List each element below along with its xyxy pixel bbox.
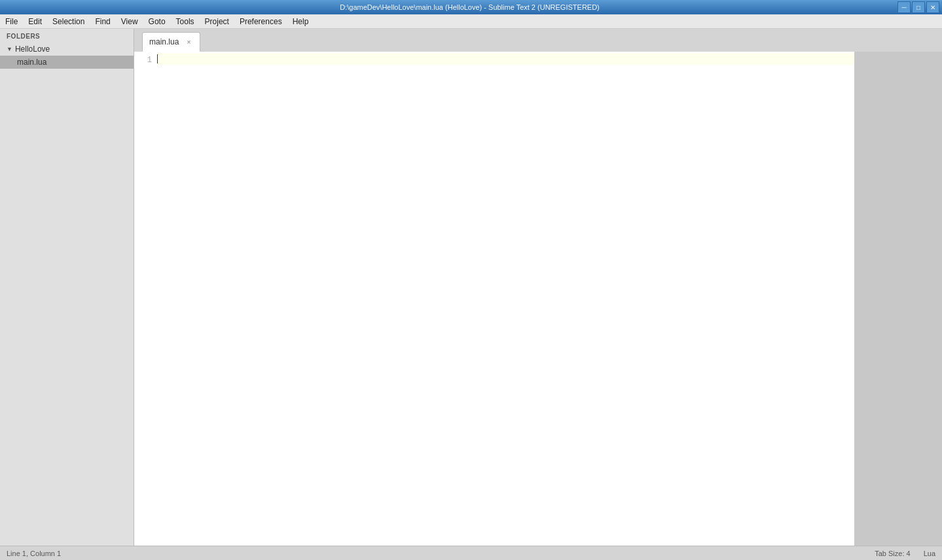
folder-name: HelloLove (15, 44, 50, 54)
folder-hellolove[interactable]: ▼ HelloLove (0, 43, 134, 56)
menu-find[interactable]: Find (90, 14, 115, 28)
tab-main-lua[interactable]: main.lua × (142, 32, 200, 52)
current-line (157, 53, 854, 65)
status-left: Line 1, Column 1 (7, 550, 61, 557)
menu-goto[interactable]: Goto (143, 14, 171, 28)
code-editor[interactable] (157, 52, 854, 546)
minimap (854, 52, 933, 546)
menu-tools[interactable]: Tools (171, 14, 200, 28)
menu-edit[interactable]: Edit (23, 14, 47, 28)
line-number-1: 1 (134, 53, 152, 66)
folder-triangle-icon: ▼ (7, 46, 12, 52)
folder-tree: ▼ HelloLove main.lua (0, 43, 134, 546)
tab-close-button[interactable]: × (184, 37, 193, 46)
window-controls[interactable]: ─ □ ✕ (897, 1, 939, 13)
line-numbers: 1 (134, 52, 157, 546)
editor-content[interactable]: 1 (134, 52, 942, 546)
sidebar: FOLDERS ▼ HelloLove main.lua (0, 29, 134, 546)
close-button[interactable]: ✕ (926, 1, 939, 13)
menu-view[interactable]: View (116, 14, 143, 28)
maximize-button[interactable]: □ (912, 1, 925, 13)
minimap-content (854, 52, 933, 546)
menu-file[interactable]: File (0, 14, 23, 28)
title-bar: D:\gameDev\HelloLove\main.lua (HelloLove… (0, 0, 942, 14)
file-main-lua[interactable]: main.lua (0, 56, 134, 69)
text-cursor (157, 54, 158, 63)
minimize-button[interactable]: ─ (897, 1, 911, 13)
status-bar: Line 1, Column 1 Tab Size: 4 Lua (0, 546, 942, 560)
menu-preferences[interactable]: Preferences (234, 14, 287, 28)
tab-label: main.lua (149, 37, 179, 46)
tabs-bar: main.lua × (134, 29, 942, 52)
vertical-scrollbar[interactable] (933, 52, 942, 546)
editor-area: main.lua × 1 (134, 29, 942, 546)
menu-bar: File Edit Selection Find View Goto Tools… (0, 14, 942, 29)
language: Lua (924, 550, 935, 557)
window-title: D:\gameDev\HelloLove\main.lua (HelloLove… (42, 3, 897, 11)
file-name: main.lua (17, 58, 46, 67)
menu-selection[interactable]: Selection (47, 14, 90, 28)
folders-label: FOLDERS (0, 29, 134, 43)
status-right: Tab Size: 4 Lua (875, 550, 935, 557)
cursor-position: Line 1, Column 1 (7, 550, 61, 557)
menu-help[interactable]: Help (287, 14, 314, 28)
menu-project[interactable]: Project (200, 14, 234, 28)
tab-size: Tab Size: 4 (875, 550, 910, 557)
main-area: FOLDERS ▼ HelloLove main.lua main.lua × … (0, 29, 942, 546)
